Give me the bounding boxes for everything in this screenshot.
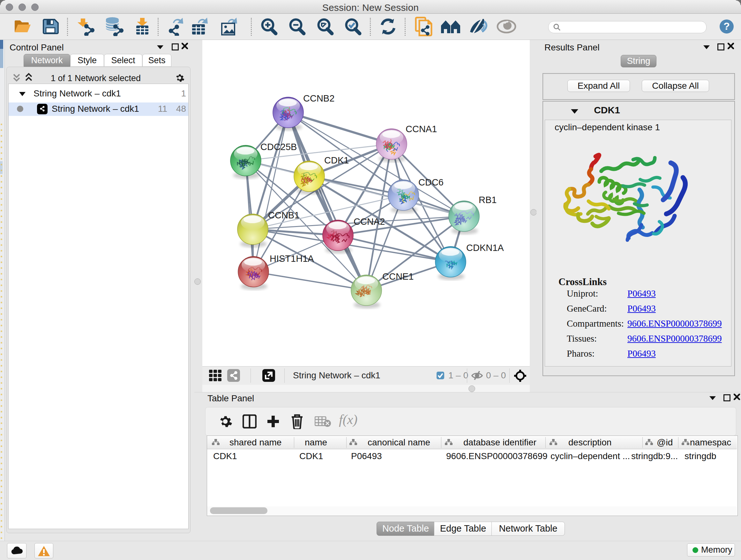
svg-text:?: ?	[724, 20, 730, 32]
svg-text:HIST1H1A: HIST1H1A	[270, 253, 314, 264]
svg-text:CCNA2: CCNA2	[354, 216, 385, 227]
svg-text:CCNA1: CCNA1	[406, 124, 437, 134]
svg-text:CCNB1: CCNB1	[268, 210, 299, 220]
svg-text:CDK1: CDK1	[324, 155, 349, 165]
svg-text:CDC6: CDC6	[418, 177, 444, 187]
svg-text:CDKN1A: CDKN1A	[466, 243, 504, 253]
svg-text:CCNE1: CCNE1	[382, 271, 414, 282]
svg-text:RB1: RB1	[479, 195, 496, 205]
svg-text:CCNB2: CCNB2	[303, 93, 334, 104]
svg-text:CDC25B: CDC25B	[260, 142, 297, 152]
